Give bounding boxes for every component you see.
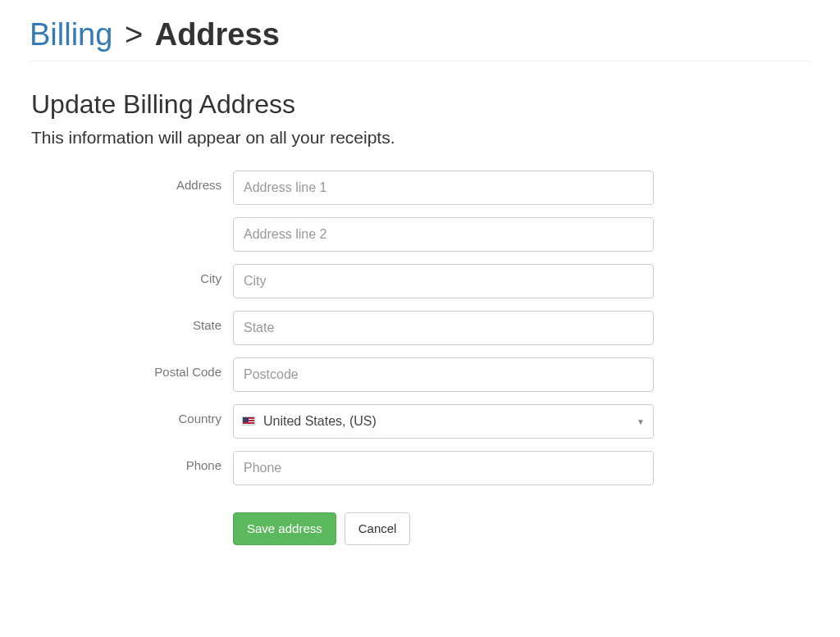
state-input[interactable] — [233, 311, 654, 345]
breadcrumb-current: Address — [155, 17, 280, 52]
city-input[interactable] — [233, 264, 654, 298]
postal-input[interactable] — [233, 357, 654, 392]
country-selected-text: United States, (US) — [263, 414, 377, 429]
save-address-button[interactable]: Save address — [233, 512, 336, 545]
city-label: City — [31, 264, 233, 285]
phone-input[interactable] — [233, 451, 654, 485]
breadcrumb-link-billing[interactable]: Billing — [30, 17, 112, 52]
postal-label: Postal Code — [31, 357, 233, 379]
billing-address-form: Address City State Postal Code — [31, 171, 809, 545]
breadcrumb: Billing > Address — [30, 18, 810, 61]
country-label: Country — [31, 404, 233, 425]
chevron-down-icon: ▼ — [637, 416, 645, 425]
country-select[interactable]: United States, (US) ▼ — [233, 404, 654, 439]
phone-label: Phone — [31, 451, 233, 472]
address-label: Address — [31, 171, 233, 192]
address-line2-input[interactable] — [233, 217, 654, 252]
breadcrumb-separator: > — [125, 17, 143, 52]
cancel-button[interactable]: Cancel — [345, 512, 411, 545]
state-label: State — [31, 311, 233, 332]
page-title: Update Billing Address — [31, 89, 809, 120]
address-line1-input[interactable] — [233, 171, 654, 205]
page-subtitle: This information will appear on all your… — [31, 128, 809, 148]
us-flag-icon — [242, 416, 255, 425]
